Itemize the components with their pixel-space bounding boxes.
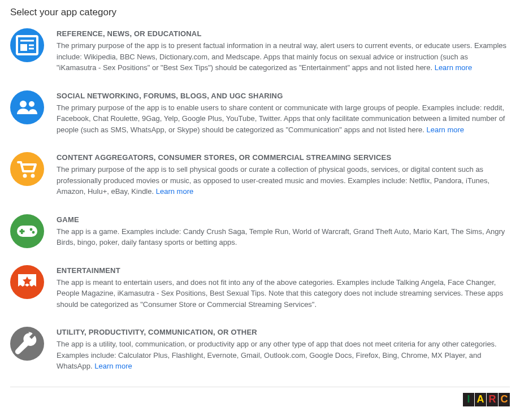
category-description: The primary purpose of the app is to pre… [57, 40, 510, 73]
entertainment-icon [10, 265, 44, 299]
category-content: SOCIAL NETWORKING, FORUMS, BLOGS, AND UG… [57, 90, 510, 136]
category-description-text: The app is meant to entertain users, and… [57, 278, 503, 309]
category-content: ENTERTAINMENTThe app is meant to enterta… [57, 265, 510, 310]
learn-more-link[interactable]: Learn more [156, 187, 193, 196]
cart-icon [10, 152, 44, 186]
learn-more-link[interactable]: Learn more [94, 362, 132, 370]
iarc-letter-a: A [475, 393, 486, 406]
category-content: REFERENCE, NEWS, OR EDUCATIONALThe prima… [57, 28, 510, 73]
category-description: The app is a utility, tool, communicatio… [57, 339, 510, 372]
category-list: REFERENCE, NEWS, OR EDUCATIONALThe prima… [10, 28, 510, 372]
category-content: CONTENT AGGREGATORS, CONSUMER STORES, OR… [57, 152, 510, 197]
social-icon [10, 90, 44, 124]
category-item-social[interactable]: SOCIAL NETWORKING, FORUMS, BLOGS, AND UG… [10, 90, 510, 136]
utility-icon [10, 327, 44, 361]
page-title: Select your app category [10, 7, 510, 18]
category-description-text: The primary purpose of the app is to sel… [57, 165, 489, 196]
iarc-logo: IARC [463, 393, 510, 406]
reference-icon [10, 28, 44, 62]
learn-more-link[interactable]: Learn more [427, 125, 464, 134]
category-description-text: The app is a game. Examples include: Can… [57, 227, 505, 247]
category-item-game[interactable]: GAMEThe app is a game. Examples include:… [10, 214, 510, 248]
category-description: The app is a game. Examples include: Can… [57, 226, 510, 248]
category-description: The app is meant to entertain users, and… [57, 277, 510, 310]
category-content: UTILITY, PRODUCTIVITY, COMMUNICATION, OR… [57, 327, 510, 372]
iarc-letter-i: I [463, 393, 474, 406]
learn-more-link[interactable]: Learn more [435, 63, 472, 72]
category-content: GAMEThe app is a game. Examples include:… [57, 214, 510, 248]
category-title: CONTENT AGGREGATORS, CONSUMER STORES, OR… [57, 153, 510, 162]
category-item-cart[interactable]: CONTENT AGGREGATORS, CONSUMER STORES, OR… [10, 152, 510, 197]
iarc-letter-c: C [499, 393, 510, 406]
category-title: REFERENCE, NEWS, OR EDUCATIONAL [57, 29, 510, 38]
category-item-reference[interactable]: REFERENCE, NEWS, OR EDUCATIONALThe prima… [10, 28, 510, 73]
category-title: SOCIAL NETWORKING, FORUMS, BLOGS, AND UG… [57, 92, 510, 100]
footer: IARC [10, 387, 510, 406]
iarc-letter-r: R [487, 393, 498, 406]
category-description: The primary purpose of the app is to sel… [57, 164, 510, 197]
game-icon [10, 214, 44, 248]
category-item-utility[interactable]: UTILITY, PRODUCTIVITY, COMMUNICATION, OR… [10, 327, 510, 372]
category-item-entertainment[interactable]: ENTERTAINMENTThe app is meant to enterta… [10, 265, 510, 310]
category-title: GAME [57, 215, 510, 224]
category-description: The primary purpose of the app is to ena… [57, 102, 510, 136]
category-title: ENTERTAINMENT [57, 266, 510, 275]
category-title: UTILITY, PRODUCTIVITY, COMMUNICATION, OR… [57, 328, 510, 336]
